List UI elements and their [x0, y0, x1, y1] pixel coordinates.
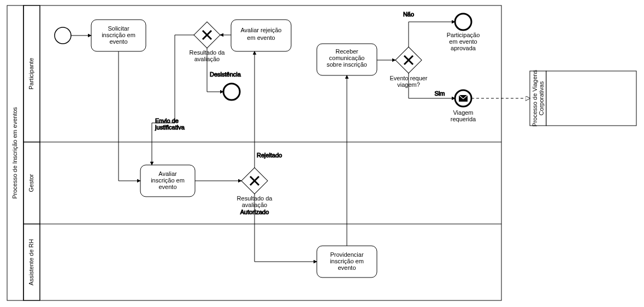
bpmn-diagram: Processo de Inscrição em eventos Partici… [0, 0, 644, 307]
edge-desistencia: Desistência [210, 71, 241, 78]
svg-text:Viagem: Viagem [453, 109, 473, 116]
svg-text:Receber: Receber [335, 48, 358, 55]
svg-text:Avaliar: Avaliar [158, 170, 177, 177]
pool-external: Processo de Viagens Corporativas [530, 70, 636, 127]
edge-sim: Sim [435, 90, 445, 97]
svg-point-39 [223, 84, 240, 100]
svg-text:comunicação: comunicação [329, 55, 365, 61]
svg-text:requerida: requerida [451, 116, 476, 122]
lane-title-gestor: Gestor [28, 174, 34, 192]
svg-text:sobre inscrição: sobre inscrição [327, 61, 367, 68]
task-avaliar-rejeicao: Avaliar rejeição em evento [231, 20, 291, 51]
task-providenciar: Providenciar inscrição em evento [317, 246, 377, 278]
external-pool-title-l2: Corporativas [538, 81, 545, 115]
lane-title-assistente: Assistente de RH [28, 239, 34, 285]
task-avaliar-inscricao: Avaliar inscrição em evento [140, 165, 195, 197]
end-viagem: Viagem requerida [451, 90, 476, 122]
svg-text:inscrição em: inscrição em [330, 258, 364, 264]
task-receber: Receber comunicação sobre inscrição [317, 44, 377, 75]
svg-text:aprovada: aprovada [451, 45, 476, 51]
svg-text:Envio de: Envio de [155, 117, 179, 124]
svg-text:evento: evento [109, 38, 127, 45]
svg-text:evento: evento [338, 264, 356, 271]
svg-rect-9 [546, 71, 636, 126]
external-pool-title-l1: Processo de Viagens [531, 70, 538, 127]
end-aprovada: Participação em evento aprovada [447, 14, 480, 51]
edge-rejeitado: Rejeitado [257, 152, 282, 158]
svg-text:Participação: Participação [447, 32, 480, 38]
svg-text:Avaliar rejeição: Avaliar rejeição [240, 27, 281, 33]
svg-text:Providenciar: Providenciar [330, 251, 363, 258]
svg-point-10 [55, 27, 71, 44]
svg-point-40 [455, 14, 471, 30]
svg-text:Solicitar: Solicitar [108, 25, 129, 32]
pool-title: Processo de Inscrição em eventos [11, 107, 18, 199]
svg-text:em evento: em evento [449, 38, 477, 45]
svg-text:em evento: em evento [247, 34, 275, 41]
task-solicitar: Solicitar inscrição em evento [91, 20, 146, 51]
edge-autorizado: Autorizado [240, 209, 269, 215]
svg-text:inscrição em: inscrição em [102, 32, 135, 38]
start-event [55, 27, 71, 44]
svg-text:justificativa: justificativa [155, 124, 185, 131]
svg-text:inscrição em: inscrição em [151, 177, 185, 184]
lane-title-participante: Participante [28, 58, 34, 90]
end-desistencia [223, 84, 240, 100]
edge-nao: Não [403, 11, 414, 17]
svg-text:evento: evento [158, 184, 176, 190]
